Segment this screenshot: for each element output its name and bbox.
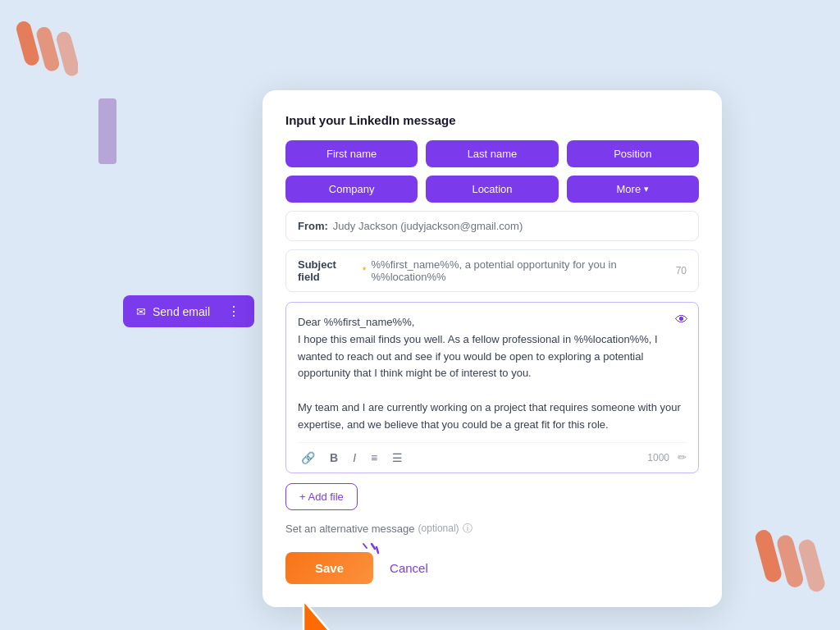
save-wrapper: Save [285,552,373,584]
message-area[interactable]: Dear %%first_name%%, I hope this email f… [285,302,699,473]
svg-marker-9 [304,600,331,630]
company-tag[interactable]: Company [285,176,418,203]
svg-line-8 [363,544,367,548]
location-tag[interactable]: Location [426,176,558,203]
email-icon: ✉ [136,305,146,318]
link-icon[interactable]: 🔗 [298,450,318,466]
purple-accent-rect [98,98,116,164]
cursor-arrow-icon [294,596,339,630]
svg-line-7 [377,547,378,553]
send-email-label: Send email [153,305,210,318]
add-file-button[interactable]: + Add file [285,483,358,510]
subject-field[interactable]: Subject field * %%first_name%%, a potent… [285,249,699,292]
alt-message-row: Set an alternative message (optional) ⓘ [285,522,699,536]
edit-icon[interactable]: ✏ [678,451,687,463]
from-field: From: Judy Jackson (judyjackson@gmail.co… [285,211,699,241]
from-value: Judy Jackson (judyjackson@gmail.com) [333,220,523,232]
svg-rect-2 [55,30,78,78]
tag-row-1: First name Last name Position [285,140,699,167]
subject-value: %%first_name%%, a potential opportunity … [372,258,676,283]
message-toolbar: 🔗 B I ≡ ☰ 1000 ✏ [298,442,687,466]
last-name-tag[interactable]: Last name [426,140,558,167]
position-tag[interactable]: Position [567,140,699,167]
alt-message-label[interactable]: Set an alternative message [285,523,415,535]
char-count: 1000 [647,452,669,463]
subject-required: * [363,265,367,276]
svg-line-6 [372,544,375,549]
modal-title: Input your LinkedIn message [285,113,699,127]
svg-rect-3 [756,528,783,584]
alt-message-optional: (optional) [418,523,459,534]
more-dots-icon[interactable]: ⋮ [227,304,241,319]
more-tag[interactable]: More ▾ [567,176,699,203]
cancel-button[interactable]: Cancel [390,561,428,575]
svg-rect-5 [797,538,825,594]
unordered-list-icon[interactable]: ☰ [389,450,406,466]
eye-icon[interactable]: 👁 [675,313,688,327]
subject-left: Subject field * %%first_name%%, a potent… [298,258,676,283]
svg-rect-0 [16,20,41,67]
decorative-wave-bottomright [756,520,825,618]
bold-icon[interactable]: B [326,450,341,466]
subject-label: Subject field [298,258,358,283]
tag-row-2: Company Location More ▾ [285,176,699,203]
italic-icon[interactable]: I [349,450,359,466]
subject-char-count: 70 [676,265,687,276]
action-row: Save Cancel [285,552,699,584]
first-name-tag[interactable]: First name [285,140,418,167]
from-label: From: [298,220,328,232]
info-icon[interactable]: ⓘ [463,522,472,536]
svg-rect-1 [35,25,62,73]
message-text: Dear %%first_name%%, I hope this email f… [298,314,687,434]
chevron-down-icon: ▾ [644,184,649,194]
save-button[interactable]: Save [285,552,373,584]
ordered-list-icon[interactable]: ≡ [368,450,381,466]
send-email-item[interactable]: ✉ Send email ⋮ [123,295,254,327]
svg-rect-4 [775,533,805,589]
linkedin-message-modal: Input your LinkedIn message First name L… [262,90,722,607]
decorative-wave-topleft [16,12,78,106]
